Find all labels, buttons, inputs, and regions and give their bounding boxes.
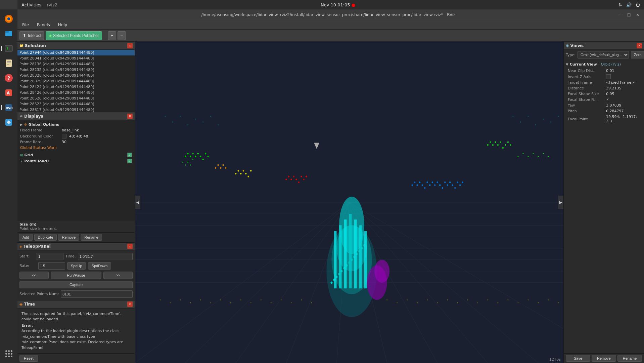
global-options-header[interactable]: ▶ ⚙ Global Options [19,122,133,127]
interact-button[interactable]: ⬆ Interact [19,31,44,40]
svg-point-151 [271,302,272,303]
selection-list-item[interactable]: Point 28041 [cloud 0x94290091444480] [17,55,135,61]
power-icon[interactable]: ⏻ [636,2,640,7]
time-panel-title: Time [24,302,35,307]
teleop-close-button[interactable]: × [127,244,133,249]
app-name-label[interactable]: rviz2 [47,2,57,7]
view-collapse-left[interactable]: ◀ [135,196,140,209]
menu-file[interactable]: File [19,22,32,28]
close-button[interactable]: × [634,11,641,18]
run-pause-button[interactable]: Run/Pause [51,272,102,279]
menu-help[interactable]: Help [55,22,71,28]
dock-files[interactable] [2,27,15,40]
current-view-arrow-icon: ▼ [566,63,568,66]
svg-point-131 [442,187,443,189]
selection-list-item[interactable]: Point 28329 [cloud 0x94290091444480] [17,78,135,84]
dock-help[interactable]: ? [2,71,15,85]
view-collapse-right[interactable]: ▶ [558,196,563,209]
spddown-button[interactable]: SpdDown [88,262,111,270]
svg-point-99 [237,170,239,172]
remove-button[interactable]: Remove [58,234,79,241]
svg-point-182 [512,116,513,117]
grid-header[interactable]: ⊞ Grid ✓ [19,152,133,158]
selection-list[interactable]: Point 27944 [cloud 0x94290091444480]Poin… [17,50,135,112]
sound-icon[interactable]: 🔊 [626,2,632,7]
prev-button[interactable]: << [19,272,49,279]
selection-list-item[interactable]: Point 28136 [cloud 0x94290091444480] [17,61,135,67]
capture-button[interactable]: Capture [19,281,133,288]
rename-button[interactable]: Rename [81,234,102,241]
view-prop-name: Pitch [568,109,605,113]
svg-point-95 [538,156,539,157]
selection-list-item[interactable]: Point 28232 [cloud 0x94290091444480] [17,67,135,73]
teleop-selected-row: Selected Points Num: [19,290,133,298]
maximize-button[interactable]: □ [625,11,633,18]
frame-rate-label: Frame Rate [20,140,60,144]
view-prop-name: Yaw [568,103,605,108]
dock-app-blue[interactable] [2,116,15,129]
selection-list-item[interactable]: Point 28424 [cloud 0x94290091444480] [17,84,135,90]
duplicate-button[interactable]: Duplicate [34,234,57,241]
activities-label[interactable]: Activities [21,2,41,7]
start-input[interactable] [37,253,63,260]
fps-counter: 12 fps [549,357,561,362]
dock-text-editor[interactable] [2,56,15,70]
views-rename-button[interactable]: Rename [617,355,642,362]
next-button[interactable]: >> [103,272,133,279]
dock-rviz[interactable]: RViz [2,101,15,114]
view-prop-value: 0.284797 [606,109,624,113]
selection-list-item[interactable]: Point 27944 [cloud 0x94290091444480] [17,50,135,55]
pointcloud-header[interactable]: ⚬ PointCloud2 ✓ [19,158,133,164]
toolbar-add-button[interactable]: + [108,31,116,40]
spdup-button[interactable]: SpdUp [67,262,86,270]
network-icon[interactable]: ⇅ [618,2,622,7]
views-type-select[interactable]: Orbit (rviz_default_plug... [578,51,629,58]
views-remove-button[interactable]: Remove [592,355,616,362]
dock-software[interactable]: A [2,86,15,99]
dock-show-apps[interactable] [2,347,15,360]
selection-close-button[interactable]: × [127,43,133,48]
svg-point-146 [220,299,221,300]
views-zero-button[interactable]: Zero [631,51,644,58]
app-wrapper: Activities rviz2 Nov 10 01:05 ● ⇅ 🔊 ⏻ /h… [17,0,644,363]
svg-point-125 [426,182,428,183]
minimize-button[interactable]: − [616,11,624,18]
svg-point-153 [291,302,292,303]
svg-point-121 [416,184,418,186]
svg-point-158 [407,299,408,300]
selection-list-item[interactable]: Point 28617 [cloud 0x94290091444480] [17,107,135,112]
size-description: Point size in meters. [19,227,133,231]
rate-input[interactable] [38,262,65,270]
svg-point-142 [180,299,181,300]
menu-panels[interactable]: Panels [34,22,53,28]
bg-color-swatch[interactable] [62,134,66,138]
view-prop-value: 0.05 [606,92,614,96]
dock-firefox[interactable] [2,12,15,26]
pointcloud-checkbox[interactable]: ✓ [127,159,132,163]
view-prop-checkbox[interactable] [606,74,611,79]
selection-list-item[interactable]: Point 28426 [cloud 0x94290091444480] [17,90,135,95]
views-close-button[interactable]: × [637,43,642,48]
center-3d-view[interactable]: ▼ ◀ ▶ 12 fps [135,42,563,363]
views-save-button[interactable]: Save [566,355,590,362]
displays-close-button[interactable]: × [127,114,133,119]
svg-point-107 [220,167,222,169]
toolbar-remove-button[interactable]: − [118,31,126,40]
selection-list-item[interactable]: Point 28328 [cloud 0x94290091444480] [17,73,135,78]
grid-checkbox[interactable]: ✓ [127,153,132,157]
selection-list-item[interactable]: Point 28523 [cloud 0x94290091444480] [17,101,135,107]
time-panel-close-button[interactable]: × [127,301,133,307]
selected-points-publisher-button[interactable]: ◈ Selected Points Publisher [46,31,102,40]
svg-point-143 [190,302,191,303]
time-input[interactable] [78,253,133,260]
title-bar-controls: − □ × [616,11,641,18]
fixed-frame-row: Fixed Frame base_link [19,127,133,133]
add-button[interactable]: Add [19,234,33,241]
view-prop-name: Distance [568,86,605,90]
dock-terminal[interactable]: $_ [2,42,15,55]
reset-button[interactable]: Reset [19,355,38,362]
teleop-nav-row: << Run/Pause >> [19,272,133,279]
selected-num-input[interactable] [61,290,133,298]
svg-point-106 [217,164,219,166]
selection-list-item[interactable]: Point 28520 [cloud 0x94290091444480] [17,95,135,101]
